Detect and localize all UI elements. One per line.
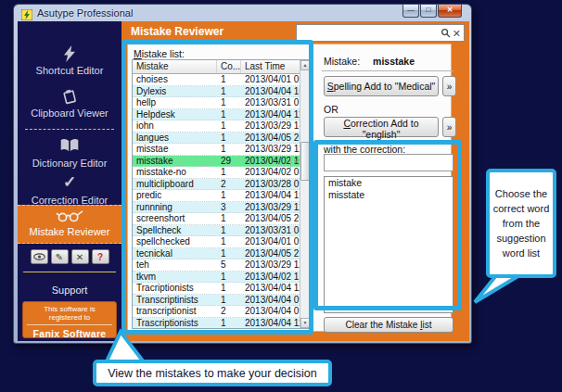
sidebar-item-clipboard-viewer[interactable]: Clipboard Viewer (18, 88, 121, 119)
close-icon: ✕ (439, 5, 461, 16)
table-row[interactable]: tkvm 1 2013/04/02 13:19:54 (133, 272, 300, 284)
table-row[interactable]: choises 1 2013/04/01 09:10:34 (133, 74, 300, 86)
table-row[interactable]: Transcriptinists 1 2013/04/04 09:59:53 (133, 295, 300, 307)
lightning-icon (18, 45, 121, 62)
table-row[interactable]: Tracriptionists 1 2013/04/04 11:34:18 (133, 283, 300, 295)
cell-mistake: teh (133, 259, 217, 271)
minimize-button[interactable]: — (402, 5, 419, 18)
scrollbar-thumb[interactable] (300, 142, 310, 181)
table-row[interactable]: misstake-no 1 2013/04/02 08:23:25 (133, 167, 300, 179)
edit-icon[interactable]: ✎ (51, 249, 69, 264)
registration-badge: This software is registered to Fanix Sof… (22, 301, 117, 338)
table-row[interactable]: teh 5 2013/03/29 11:44:00 (133, 259, 300, 272)
table-row[interactable]: misstake 29 2013/04/02 10:2... (133, 156, 300, 168)
table-row[interactable]: iohn 1 2013/03/29 14:17:21 (133, 120, 300, 133)
correction-add-button[interactable]: Correction Add to "english" (324, 117, 439, 137)
mistake-value: misstake (373, 56, 415, 67)
cell-mistake: misstake-no (133, 167, 217, 178)
table-row[interactable]: Helpdesk 1 2013/04/04 11:06:17 (133, 109, 300, 121)
table-row[interactable]: langues 1 2013/04/05 20:12:44 (133, 133, 300, 145)
cell-count: 1 (217, 133, 241, 144)
cell-count: 1 (217, 109, 241, 120)
cell-mistake: hellp (133, 97, 217, 108)
sidebar-item-correction-editor[interactable]: ✓ Correction Editor (18, 175, 121, 206)
titlebar[interactable]: Asutype Professional — □ ✕ (14, 5, 471, 21)
help-icon[interactable]: ? (92, 249, 109, 264)
sidebar-item-mistake-reviewer[interactable]: Mistake Reviewer (18, 205, 121, 244)
cell-mistake: spellchecked (133, 236, 217, 247)
current-mistake: Mistake:misstake (324, 56, 415, 67)
scrollbar[interactable]: ▲ ▼ (300, 60, 310, 328)
cell-lasttime: 2013/04/04 09:59:53 (241, 295, 300, 306)
cell-count: 1 (217, 318, 241, 329)
registered-owner: Fanix Software (23, 328, 116, 339)
table-row[interactable]: tecnickal 1 2013/04/05 21:02:35 (133, 248, 300, 260)
cell-mistake: langues (133, 133, 217, 144)
cell-lasttime: 2013/04/04 11:35:00 (241, 318, 300, 329)
table-row[interactable]: spellchecked 1 2013/04/01 09:03:07 (133, 236, 300, 248)
header-underline (127, 42, 292, 43)
search-input[interactable] (300, 27, 441, 40)
cell-mistake: Tracriptionists (133, 283, 217, 294)
mistake-list-label: Mistake list: (134, 48, 185, 59)
table-row[interactable]: predic 1 2013/04/04 10:28:52 (133, 190, 300, 202)
cell-lasttime: 2013/04/04 10:28:52 (241, 190, 300, 201)
suggestion-item[interactable]: mistake (325, 177, 453, 189)
table-row[interactable]: Trascriptionists 1 2013/04/04 11:35:00 (133, 318, 300, 329)
column-header-count[interactable]: Co... (217, 60, 241, 73)
support-label[interactable]: Support (18, 285, 121, 296)
cell-count: 1 (217, 190, 241, 201)
cell-lasttime: 2013/04/04 11:34:18 (241, 283, 300, 294)
cell-lasttime: 2013/03/29 14:17:21 (241, 120, 300, 132)
page-title: Mistake Reviewer (131, 25, 224, 38)
cell-count: 1 (217, 225, 241, 236)
correction-input[interactable] (324, 154, 453, 171)
clear-mistake-list-button[interactable]: Clear the Mistake list (324, 317, 453, 333)
table-row[interactable]: runnning 3 2013/03/29 11:44:29 (133, 202, 300, 214)
cell-count: 2 (217, 179, 241, 190)
spelling-more-button[interactable]: » (442, 76, 456, 96)
correction-more-button[interactable]: » (442, 117, 456, 137)
table-row[interactable]: multiclipboard 2 2013/03/28 09:33:43 (133, 179, 300, 191)
cell-lasttime: 2013/04/01 09:10:34 (241, 74, 300, 85)
cell-count: 3 (217, 202, 241, 213)
cell-count: 1 (217, 213, 241, 224)
callout-right: Choose the correct word from the suggest… (486, 169, 556, 278)
cell-mistake: tkvm (133, 272, 217, 283)
cell-lasttime: 2013/04/04 10:03:04 (241, 86, 300, 97)
eye-icon[interactable] (31, 249, 48, 264)
cell-count: 1 (217, 74, 241, 85)
maximize-button[interactable]: □ (420, 5, 437, 18)
table-row[interactable]: transcriptionist 2 2013/04/04 09:53:35 (133, 306, 300, 318)
table-row[interactable]: screenshort 1 2013/04/05 20:58:17 (133, 213, 300, 225)
cell-count: 1 (217, 272, 241, 283)
cell-mistake: iohn (133, 120, 217, 132)
close-button[interactable]: ✕ (438, 5, 462, 18)
cell-mistake: transcriptionist (133, 306, 217, 317)
suggestion-list[interactable]: mistake misstate (324, 176, 453, 313)
cell-lasttime: 2013/04/05 20:12:44 (241, 133, 300, 144)
delete-icon[interactable]: ✕ (71, 249, 89, 264)
column-header-mistake[interactable]: Mistake (133, 60, 217, 73)
suggestion-item[interactable]: misstate (325, 189, 453, 201)
table-row[interactable]: Dylexis 1 2013/04/04 10:03:04 (133, 86, 300, 98)
search-icon[interactable] (441, 25, 451, 42)
table-body: choises 1 2013/04/01 09:10:34 Dylexis 1 … (133, 74, 300, 328)
app-window: Asutype Professional — □ ✕ Shortcut Edit… (13, 4, 472, 344)
search-clear-icon[interactable]: ✕ (453, 29, 461, 38)
scroll-down-icon[interactable]: ▼ (300, 318, 310, 328)
column-header-lasttime[interactable]: Last Time (241, 60, 300, 73)
cell-mistake: choises (133, 74, 217, 85)
sidebar-item-dictionary-editor[interactable]: Dictionary Editor (18, 138, 121, 169)
table-row[interactable]: hellp 1 2013/03/31 07:52:06 (133, 97, 300, 109)
sidebar-mini-toolbar: ✎ ✕ ? (18, 249, 121, 264)
panel-content: Mistake list: Mistake Co... Last Time (127, 44, 452, 332)
spelling-add-button[interactable]: Spelling Add to "Medical" (324, 76, 439, 96)
mistake-label: Mistake: (324, 56, 360, 67)
table-row[interactable]: misstae 1 2013/03/29 11:09:12 (133, 144, 300, 156)
scroll-up-icon[interactable]: ▲ (300, 60, 310, 70)
sidebar-item-shortcut-editor[interactable]: Shortcut Editor (18, 45, 121, 76)
table-row[interactable]: Spellcheck 1 2013/03/31 08:10:17 (133, 225, 300, 237)
cell-lasttime: 2013/04/02 08:23:25 (241, 167, 300, 178)
table-header[interactable]: Mistake Co... Last Time (133, 60, 300, 74)
